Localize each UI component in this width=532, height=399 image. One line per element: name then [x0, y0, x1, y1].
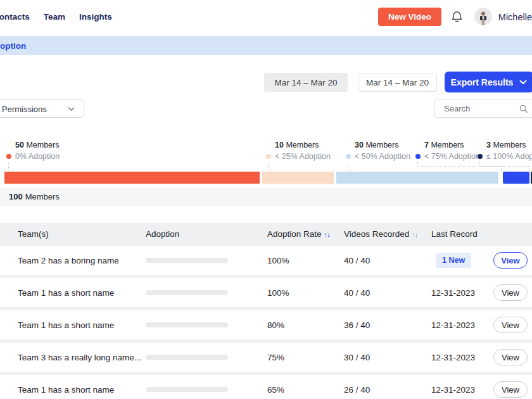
column-header-videos-recorded: Videos Recorded↑↓ [344, 229, 417, 239]
view-button[interactable]: View [493, 284, 528, 301]
date-range-picker-b[interactable]: Mar 14 – Mar 20 [358, 73, 437, 92]
adoption-progress-bar [146, 290, 228, 295]
adoption-rate-value: 65% [267, 385, 284, 395]
adoption-progress-bar [146, 387, 228, 392]
adoption-progress-bar [146, 258, 228, 263]
adoption-progress-bar [146, 322, 228, 327]
table-row: Team 1 has a short name 100% 40 / 40 12-… [0, 278, 532, 307]
bar-segment-75pct[interactable] [503, 172, 529, 184]
team-name: Team 3 has a really long name... [18, 353, 141, 362]
dist-label: 0% Adoption [15, 152, 60, 161]
adoption-rate-value: 100% [267, 256, 289, 265]
column-header-adoption: Adoption [146, 229, 179, 239]
table-row: Team 1 has a short name 80% 36 / 40 12-3… [0, 310, 532, 339]
team-name: Team 2 has a boring name [18, 256, 119, 265]
search-box [434, 99, 532, 118]
dist-label: ≤ 100% Adoption [486, 152, 532, 161]
new-video-button[interactable]: New Video [378, 8, 441, 26]
nav-menu: Contacts Team Insights [0, 12, 112, 22]
last-record-date: 12-31-2023 [431, 288, 475, 298]
table-row: Team 1 has a short name 65% 26 / 40 12-3… [0, 375, 532, 399]
adoption-progress-bar [146, 355, 228, 360]
legend-dot [6, 154, 11, 159]
search-icon [519, 104, 528, 113]
dist-group-50pct: 30 Members < 50% Adoption [346, 141, 410, 161]
dist-label: < 75% Adoption [424, 152, 480, 161]
dist-count: 7 Members [424, 141, 480, 149]
column-header-adoption-rate: Adoption Rate↑↓ [267, 229, 330, 239]
dist-label: < 25% Adoption [275, 152, 331, 161]
dist-count: 10 Members [275, 141, 331, 149]
permissions-dropdown[interactable]: Permissions [0, 99, 84, 118]
bar-segment-25pct[interactable] [262, 172, 334, 184]
connector-line [8, 163, 14, 170]
table-row: Team 3 has a really long name... 75% 30 … [0, 343, 532, 372]
top-nav: Contacts Team Insights New Video [0, 0, 532, 36]
last-record-date: 12-31-2023 [431, 320, 475, 330]
connector-line [479, 166, 530, 167]
table-header: Team(s) Adoption Adoption Rate↑↓ Videos … [0, 223, 532, 246]
connector-line [268, 163, 274, 170]
dist-count: 50 Members [15, 141, 60, 149]
legend-dot [415, 154, 421, 159]
sort-icon[interactable]: ↑↓ [324, 231, 330, 238]
dist-count: 30 Members [355, 141, 410, 149]
search-input[interactable] [444, 99, 517, 117]
dist-group-25pct: 10 Members < 25% Adoption [266, 141, 331, 161]
dist-label: < 50% Adoption [355, 152, 410, 161]
total-members-strip: 100Members [0, 187, 532, 206]
column-header-teams: Team(s) [18, 229, 49, 239]
videos-recorded-value: 36 / 40 [344, 320, 370, 330]
dist-group-100pct: 3 Members ≤ 100% Adoption [478, 141, 532, 161]
view-button[interactable]: View [493, 252, 528, 269]
chevron-down-icon [519, 80, 527, 85]
notifications-bell-icon[interactable] [450, 10, 464, 25]
adoption-rate-value: 75% [267, 353, 284, 362]
sort-icon[interactable]: ↑↓ [412, 231, 417, 238]
dist-group-0pct: 50 Members 0% Adoption [6, 141, 60, 161]
table-row: Team 2 has a boring name 100% 40 / 40 1 … [0, 246, 532, 275]
adoption-rate-value: 80% [267, 320, 284, 330]
view-button[interactable]: View [493, 317, 528, 333]
last-record-date: 12-31-2023 [431, 353, 475, 362]
connector-line [348, 163, 353, 170]
export-results-button[interactable]: Export Results [445, 72, 532, 92]
videos-recorded-value: 26 / 40 [344, 385, 370, 395]
team-name: Team 1 has a short name [18, 320, 114, 330]
table-body: Team 2 has a boring name 100% 40 / 40 1 … [0, 246, 532, 399]
nav-item-team[interactable]: Team [44, 12, 65, 22]
bar-segment-50pct[interactable] [336, 172, 498, 184]
videos-recorded-value: 40 / 40 [344, 256, 370, 265]
view-button[interactable]: View [493, 349, 528, 365]
nav-item-contacts[interactable]: Contacts [0, 12, 30, 22]
breadcrumb[interactable]: Adoption [0, 41, 26, 51]
adoption-rate-value: 100% [267, 288, 289, 298]
breadcrumb-banner: Adoption [0, 36, 532, 55]
date-range-picker-a[interactable]: Mar 14 – Mar 20 [264, 73, 348, 92]
adoption-distribution-bar [0, 172, 532, 184]
videos-recorded-value: 40 / 40 [344, 288, 370, 298]
new-record-badge[interactable]: 1 New [436, 253, 471, 268]
permissions-dropdown-label: Permissions [2, 104, 47, 114]
adoption-dashboard: Contacts Team Insights New Video [0, 0, 532, 399]
view-button[interactable]: View [493, 381, 528, 398]
bar-segment-0pct[interactable] [4, 172, 260, 184]
legend-dot [478, 154, 483, 159]
last-record-date: 12-31-2023 [431, 385, 475, 395]
nav-item-insights[interactable]: Insights [79, 12, 112, 22]
user-avatar[interactable] [474, 8, 492, 25]
export-results-label: Export Results [451, 77, 514, 87]
legend-dot [346, 154, 351, 159]
dist-count: 3 Members [486, 141, 532, 149]
user-name[interactable]: Michelle [498, 12, 532, 22]
team-name: Team 1 has a short name [18, 288, 114, 298]
dist-group-75pct: 7 Members < 75% Adoption [415, 141, 480, 161]
chevron-down-icon [68, 107, 75, 111]
videos-recorded-value: 30 / 40 [344, 353, 370, 362]
legend-dot [266, 154, 271, 159]
column-header-last-record: Last Record [431, 229, 478, 239]
team-name: Team 1 has a short name [18, 385, 114, 395]
